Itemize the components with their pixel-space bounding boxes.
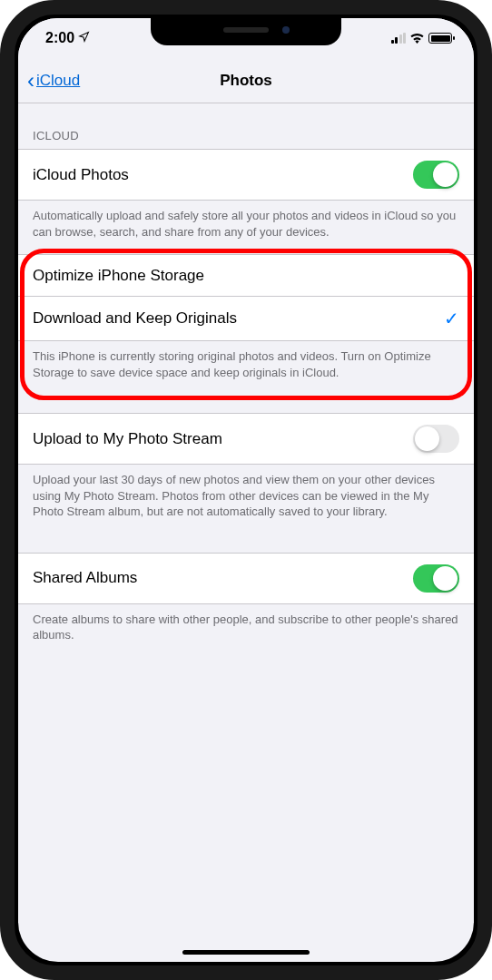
chevron-left-icon: ‹ (27, 70, 34, 92)
row-label: Optimize iPhone Storage (33, 267, 204, 285)
notch (151, 18, 341, 45)
row-icloud-photos[interactable]: iCloud Photos (18, 149, 474, 201)
row-label: Download and Keep Originals (33, 309, 237, 328)
wifi-icon (409, 31, 425, 46)
row-photo-stream[interactable]: Upload to My Photo Stream (18, 413, 474, 465)
toggle-icloud-photos[interactable] (413, 161, 459, 189)
cellular-icon (391, 33, 407, 44)
screen: 2:00 ‹ iCloud Photos ICLOUD (18, 18, 474, 962)
footer-photo-stream: Upload your last 30 days of new photos a… (18, 465, 474, 534)
row-shared-albums[interactable]: Shared Albums (18, 553, 474, 604)
footer-shared-albums: Create albums to share with other people… (18, 604, 474, 658)
back-button[interactable]: ‹ iCloud (27, 70, 80, 92)
home-indicator[interactable] (182, 950, 310, 955)
settings-content: ICLOUD iCloud Photos Automatically uploa… (18, 103, 474, 658)
row-label: iCloud Photos (33, 166, 129, 184)
toggle-shared-albums[interactable] (413, 564, 459, 593)
toggle-photo-stream[interactable] (413, 425, 459, 453)
footer-storage: This iPhone is currently storing origina… (18, 341, 474, 395)
nav-bar: ‹ iCloud Photos (18, 58, 474, 103)
row-optimize-storage[interactable]: Optimize iPhone Storage (18, 254, 474, 297)
status-time: 2:00 (45, 30, 74, 46)
back-label: iCloud (36, 72, 80, 90)
highlighted-storage-group: Optimize iPhone Storage Download and Kee… (25, 254, 467, 395)
phone-frame: 2:00 ‹ iCloud Photos ICLOUD (0, 0, 492, 980)
location-icon (78, 31, 90, 45)
checkmark-icon: ✓ (444, 308, 459, 329)
battery-icon (428, 33, 452, 44)
page-title: Photos (220, 72, 272, 90)
section-header-icloud: ICLOUD (18, 103, 474, 149)
row-label: Shared Albums (33, 569, 137, 587)
row-label: Upload to My Photo Stream (33, 430, 222, 448)
footer-icloud-photos: Automatically upload and safely store al… (18, 201, 474, 254)
row-download-originals[interactable]: Download and Keep Originals ✓ (18, 297, 474, 341)
